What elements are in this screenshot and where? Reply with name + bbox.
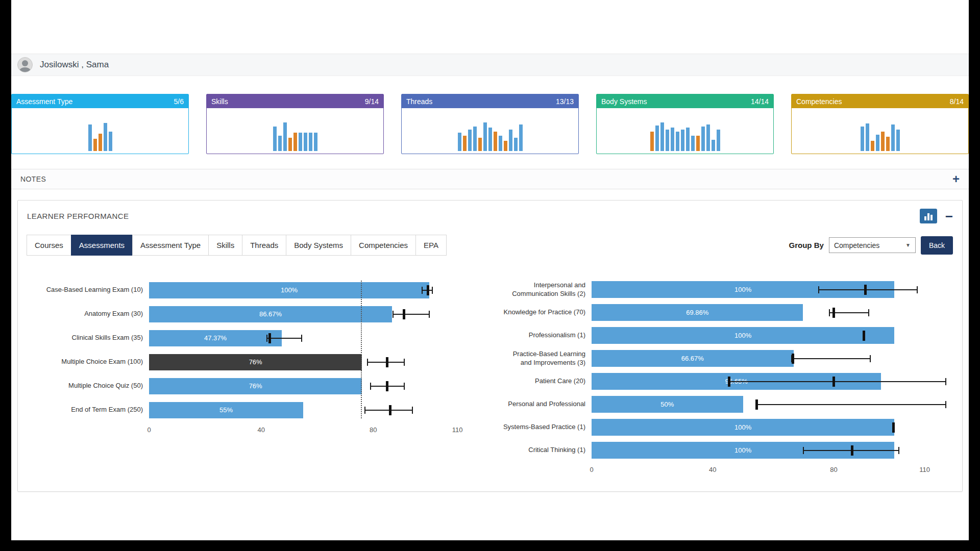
mini-bar: [88, 124, 92, 151]
collapse-icon[interactable]: −: [945, 211, 953, 221]
mini-bar: [866, 123, 869, 151]
bar[interactable]: 100%: [592, 327, 894, 344]
mini-bar: [861, 127, 864, 151]
bar-value-label: 50%: [592, 396, 743, 413]
learner-performance-panel: LEARNER PERFORMANCE − CoursesAssessments…: [17, 200, 963, 492]
bar[interactable]: 86.67%: [149, 306, 392, 322]
bar-row: Clinical Skills Exam (35)47.37%: [23, 326, 463, 350]
card-title: Threads: [406, 97, 432, 106]
bar-row: Systems-Based Practice (1)100%: [463, 416, 949, 439]
tab-epa[interactable]: EPA: [415, 235, 447, 256]
tab-assessment-type[interactable]: Assessment Type: [132, 235, 209, 256]
error-bar-cap: [370, 383, 371, 390]
bar-category-label: Anatomy Exam (30): [23, 310, 149, 318]
bar-chart-icon[interactable]: [920, 209, 937, 223]
mini-bar: [278, 136, 282, 151]
mini-bar: [273, 127, 277, 151]
bar-value-label: 100%: [149, 282, 429, 298]
error-bar-line: [756, 404, 946, 405]
group-by-controls: Group By Competencies ▼ Back: [789, 236, 953, 255]
add-note-icon[interactable]: +: [952, 173, 960, 185]
tab-competencies[interactable]: Competencies: [351, 235, 416, 256]
mini-bar: [299, 133, 302, 151]
bar[interactable]: 100%: [592, 419, 894, 436]
error-bar-tick: [386, 357, 388, 367]
card-header: Skills9/14: [207, 94, 383, 108]
x-axis: 04080110: [149, 422, 463, 437]
error-bar-cap: [404, 359, 405, 366]
summary-card-competencies[interactable]: Competencies8/14: [791, 94, 969, 154]
summary-card-skills[interactable]: Skills9/14: [206, 94, 384, 154]
bar-category-label: Multiple Choice Quiz (50): [23, 382, 149, 390]
bar-value-label: 55%: [149, 402, 303, 418]
bar[interactable]: 100%: [149, 282, 429, 298]
card-title: Body Systems: [601, 97, 647, 106]
bar[interactable]: 66.67%: [592, 350, 794, 367]
mini-bar: [314, 133, 317, 151]
error-bar-line: [829, 312, 869, 313]
mini-bar: [666, 130, 669, 151]
card-count: 14/14: [751, 97, 769, 106]
bar-row: Personal and Professional50%: [463, 393, 949, 416]
bar-track: 100%: [592, 439, 949, 462]
error-bar-tick: [427, 285, 429, 295]
error-bar-cap: [917, 286, 918, 293]
bar[interactable]: 76%: [149, 378, 362, 394]
card-count: 9/14: [365, 97, 379, 106]
error-bar-tick: [863, 331, 865, 341]
card-count: 13/13: [556, 97, 574, 106]
mini-bar: [706, 124, 710, 151]
error-bar-cap: [367, 359, 368, 366]
mini-bar: [681, 130, 684, 151]
mini-bar: [468, 130, 472, 151]
bar-row: Multiple Choice Exam (100)76%: [23, 350, 463, 374]
summary-card-assessment-type[interactable]: Assessment Type5/6: [11, 94, 189, 154]
mini-bar: [696, 136, 700, 151]
mini-bar: [504, 141, 507, 151]
bar-track: 50%: [592, 393, 949, 416]
card-header: Threads13/13: [402, 94, 578, 108]
mini-bar: [293, 133, 297, 151]
mini-bar: [660, 122, 664, 151]
chart-rows: Interpersonal and Communication Skills (…: [463, 278, 949, 462]
bar[interactable]: 69.86%: [592, 304, 803, 321]
bar[interactable]: 55%: [149, 402, 303, 418]
mini-bar: [483, 122, 487, 151]
bar[interactable]: 76%: [149, 354, 362, 370]
mini-bar: [655, 126, 659, 151]
x-axis: 04080110: [592, 462, 949, 477]
card-mini-chart: [207, 108, 383, 153]
bar-value-label: 86.67%: [149, 306, 392, 322]
summary-card-threads[interactable]: Threads13/13: [401, 94, 579, 154]
bar[interactable]: 50%: [592, 396, 743, 413]
tab-assessments[interactable]: Assessments: [71, 235, 133, 256]
back-button[interactable]: Back: [921, 236, 953, 255]
tab-body-systems[interactable]: Body Systems: [286, 235, 351, 256]
mini-bar: [514, 138, 518, 151]
group-by-label: Group By: [789, 241, 824, 249]
summary-card-body-systems[interactable]: Body Systems14/14: [596, 94, 774, 154]
mini-bar: [494, 132, 497, 151]
error-bar-tick: [864, 285, 867, 295]
tabs-bar: CoursesAssessmentsAssessment TypeSkillsT…: [18, 235, 962, 256]
bar[interactable]: 47.37%: [149, 330, 282, 346]
tab-skills[interactable]: Skills: [208, 235, 242, 256]
summary-cards-row: Assessment Type5/6Skills9/14Threads13/13…: [11, 94, 969, 154]
error-bar-line: [819, 289, 917, 290]
tab-threads[interactable]: Threads: [242, 235, 286, 256]
mini-bar: [881, 132, 885, 151]
bar-track: 100%: [149, 278, 463, 302]
mini-bar: [509, 130, 512, 151]
tab-courses[interactable]: Courses: [27, 235, 71, 256]
group-by-select[interactable]: Competencies ▼: [829, 237, 916, 253]
screen: Josilowski , Sama Assessment Type5/6Skil…: [0, 0, 980, 551]
notes-title: NOTES: [20, 175, 46, 183]
avatar-head: [22, 60, 28, 66]
avatar-torso: [19, 67, 31, 72]
bar-track: 55%: [149, 398, 463, 422]
error-bar-line: [792, 358, 870, 359]
mini-bar: [488, 128, 492, 151]
bar-track: 95.65%: [592, 370, 949, 393]
bar-row: Multiple Choice Quiz (50)76%: [23, 374, 463, 398]
error-bar-cap: [301, 335, 302, 342]
